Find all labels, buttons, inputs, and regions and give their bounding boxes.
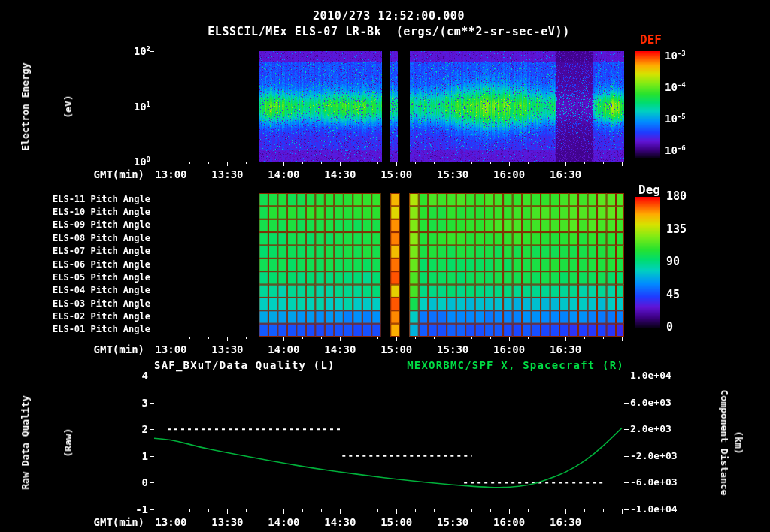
quality-x-axis-label: GMT(min): [94, 516, 144, 528]
quality-right-axis-label: Component Distance (km): [717, 390, 746, 496]
quality-left-tick-label: -1: [135, 503, 148, 515]
spectrogram-x-tick-label: 15:00: [380, 168, 412, 180]
pitch-row-label: ELS-09 Pitch Angle: [53, 221, 150, 231]
quality-right-tick-label: 2.0e+03: [630, 424, 671, 435]
pitch-x-tick-label: 14:00: [268, 343, 299, 355]
spectrogram-x-tick-label: 16:30: [550, 168, 581, 180]
pitch-row-label: ELS-03 Pitch Angle: [53, 299, 150, 310]
quality-right-tick-label: -1.0e+04: [630, 504, 678, 515]
quality-right-tick-label: 6.0e+03: [630, 397, 671, 408]
quality-x-tick-label: 16:30: [550, 516, 581, 528]
quality-left-tick-label: 0: [142, 476, 148, 488]
pitch-row-label: ELS-05 Pitch Angle: [53, 273, 150, 283]
spectrogram-x-tick-label: 14:00: [268, 168, 299, 180]
quality-x-tick-label: 13:00: [155, 516, 186, 528]
deg-colorbar-tick-label: 180: [666, 190, 687, 203]
quality-x-tick-label: 15:30: [437, 516, 468, 528]
pitch-row-label: ELS-07 Pitch Angle: [53, 246, 150, 257]
quality-right-series-title: MEXORBMC/SPF X, Spacecraft (R): [407, 359, 624, 371]
spectrogram-x-tick-label: 13:00: [155, 168, 186, 180]
quality-left-axis-label: Raw Data Quality (Raw): [0, 395, 104, 489]
quality-x-tick-label: 15:00: [380, 516, 412, 528]
quality-left-tick-label: 2: [142, 423, 148, 435]
pitch-row-label: ELS-08 Pitch Angle: [53, 234, 150, 244]
def-colorbar-tick-label: 10-4: [665, 81, 686, 94]
deg-colorbar-title: Deg: [638, 183, 660, 197]
quality-right-tick-label: -2.0e+03: [630, 450, 678, 461]
quality-right-tick-label: 1.0e+04: [630, 370, 671, 382]
pitch-x-tick-label: 16:00: [493, 343, 525, 355]
quality-x-tick-label: 13:30: [211, 516, 243, 528]
pitch-row-label: ELS-01 Pitch Angle: [53, 325, 150, 335]
deg-colorbar-tick-label: 135: [666, 223, 687, 236]
pitch-row-label: ELS-04 Pitch Angle: [53, 286, 150, 296]
science-plot-page: 2010/273 12:52:00.000 ELSSCIL/MEx ELS-07…: [0, 0, 770, 532]
quality-x-tick-label: 16:00: [493, 516, 525, 528]
spectrogram-y-axis-label-line2: (eV): [61, 62, 75, 150]
quality-left-axis-label-line1: Raw Data Quality: [18, 395, 32, 489]
pitch-row-label: ELS-10 Pitch Angle: [53, 207, 150, 218]
pitch-x-tick-label: 13:30: [211, 343, 243, 355]
quality-right-axis-label-line1: Component Distance: [717, 390, 732, 496]
spectrogram-x-tick-label: 15:30: [437, 168, 468, 180]
spectrogram-y-axis-label-line1: Electron Energy: [18, 62, 32, 150]
quality-right-axis-label-line2: (km): [732, 431, 746, 454]
pitch-row-label: ELS-11 Pitch Angle: [53, 195, 150, 205]
deg-colorbar-tick-label: 0: [666, 321, 673, 334]
pitch-row-label: ELS-06 Pitch Angle: [53, 260, 150, 271]
quality-left-tick-label: 4: [142, 370, 148, 382]
plot-subtitle: ELSSCIL/MEx ELS-07 LR-Bk (ergs/(cm**2-sr…: [208, 26, 570, 38]
spectrogram-y-tick-label: 100: [134, 156, 150, 168]
deg-colorbar-tick-label: 90: [666, 255, 680, 268]
spectrogram-x-tick-label: 16:00: [493, 168, 525, 180]
pitch-x-tick-label: 15:00: [380, 343, 412, 355]
spectrogram-y-tick-label: 102: [134, 45, 150, 58]
pitch-x-axis-label: GMT(min): [94, 343, 144, 355]
spectrogram-y-axis-label: Electron Energy (eV): [0, 62, 104, 150]
page-title: 2010/273 12:52:00.000: [313, 10, 465, 23]
pitch-x-tick-label: 14:30: [324, 343, 356, 355]
quality-x-tick-label: 14:30: [324, 516, 356, 528]
quality-x-tick-label: 14:00: [268, 516, 299, 528]
quality-right-tick-label: -6.0e+03: [630, 477, 678, 488]
spectrogram-y-tick-label: 101: [134, 100, 150, 113]
spectrogram-x-tick-label: 14:30: [324, 168, 356, 180]
quality-left-tick-label: 1: [142, 450, 148, 462]
def-colorbar-tick-label: 10-3: [665, 50, 686, 62]
def-colorbar-tick-label: 10-6: [665, 144, 686, 157]
deg-colorbar-tick-label: 45: [666, 289, 680, 301]
quality-left-axis-label-line2: (Raw): [61, 395, 75, 489]
quality-left-tick-label: 3: [142, 397, 148, 409]
def-colorbar-title: DEF: [640, 33, 662, 47]
spectrogram-x-axis-label: GMT(min): [94, 168, 144, 180]
pitch-row-label: ELS-02 Pitch Angle: [53, 312, 150, 322]
spectrogram-x-tick-label: 13:30: [211, 168, 243, 180]
pitch-x-tick-label: 16:30: [550, 343, 581, 355]
pitch-x-tick-label: 15:30: [437, 343, 468, 355]
def-colorbar-tick-label: 10-5: [665, 113, 686, 125]
pitch-x-tick-label: 13:00: [155, 343, 186, 355]
quality-left-series-title: SAF_BXuT/Data Quality (L): [154, 359, 335, 371]
